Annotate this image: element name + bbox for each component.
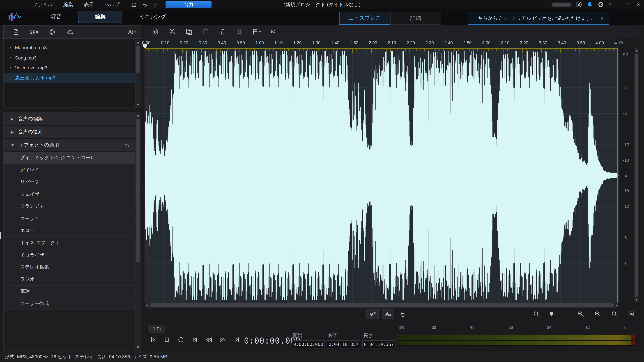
scroll-thumb[interactable] (136, 119, 140, 262)
field-value[interactable]: 0:04:10.357 (327, 340, 360, 349)
effect-item[interactable]: ステレオ拡張 (4, 261, 135, 273)
scroll-left-arrow[interactable] (145, 303, 150, 307)
left-edge-handle[interactable] (0, 232, 1, 239)
menu-item[interactable]: ファイル (27, 0, 58, 9)
wave-vertical-scrollbar[interactable] (634, 48, 639, 303)
section-header[interactable]: ▶音声の復元 (4, 125, 135, 139)
effect-item[interactable]: イコライザー (4, 249, 135, 261)
mode-tab[interactable]: 編集 (78, 11, 122, 23)
cut-icon[interactable] (167, 27, 177, 36)
view-tab[interactable]: 詳細 (390, 12, 441, 25)
effect-item[interactable]: ダイナミック レンジ コントロール (4, 152, 135, 164)
export-button[interactable]: 出力 (166, 1, 212, 8)
effect-item[interactable]: ユーザー作成 (4, 298, 135, 310)
redo-icon[interactable] (153, 2, 158, 7)
trim-icon[interactable] (234, 27, 244, 36)
timeline-ruler[interactable]: 0:000:100:200:300:400:501:001:101:201:30… (144, 38, 619, 48)
scroll-down-arrow[interactable] (136, 102, 140, 107)
zoom-vertical-button[interactable] (609, 309, 620, 319)
effect-item[interactable]: ラジオ (4, 273, 135, 285)
file-list-scrollbar[interactable] (135, 40, 140, 108)
scroll-down-arrow[interactable] (634, 297, 639, 302)
import-media-button[interactable] (7, 26, 25, 38)
effect-item[interactable]: 電話 (4, 285, 135, 298)
zoom-to-selection-button[interactable] (366, 309, 378, 319)
tooltip-close-icon[interactable]: × (601, 15, 604, 21)
download-sounds-button[interactable] (43, 26, 61, 38)
menu-item[interactable]: 表示 (78, 0, 99, 9)
marker-icon[interactable]: ▾ (252, 27, 261, 36)
settings-gear-icon[interactable] (598, 1, 604, 8)
maximize-button[interactable]: □ (626, 2, 631, 7)
dropdown-arrow-icon[interactable]: ▾ (259, 30, 261, 33)
mode-tab[interactable]: 録音 (38, 11, 74, 23)
notifications-bell-icon[interactable] (586, 1, 593, 8)
prev-button[interactable] (190, 335, 199, 344)
snapshot-view-button[interactable] (626, 309, 636, 319)
file-item[interactable]: ♪Voice over.mp3 (4, 63, 135, 73)
zoom-in-button[interactable] (576, 309, 586, 319)
panel-resize-handle[interactable] (3, 108, 142, 112)
zoom-slider[interactable] (548, 309, 569, 319)
scroll-thumb[interactable] (150, 303, 614, 307)
effect-item[interactable]: ボイス エフェクト (4, 237, 135, 249)
effect-item[interactable]: コーラス (4, 213, 135, 225)
scroll-down-arrow[interactable] (136, 345, 140, 350)
loop-button[interactable] (176, 335, 185, 344)
panel-splitter[interactable] (142, 186, 143, 186)
slider-knob[interactable] (550, 312, 553, 316)
forward-button[interactable] (218, 335, 227, 344)
clip-settings-icon[interactable] (150, 27, 160, 36)
field-value[interactable]: 0:04:10.357 (362, 340, 396, 349)
scroll-right-arrow[interactable] (614, 303, 619, 307)
text-size-button[interactable]: At ▾ (128, 29, 136, 35)
stop-button[interactable] (163, 335, 171, 344)
close-button[interactable]: × (636, 2, 641, 7)
scroll-thumb[interactable] (136, 45, 140, 73)
section-header[interactable]: ▼エフェクトの適用 (4, 139, 135, 152)
copy-icon[interactable] (184, 27, 194, 36)
reset-icon[interactable] (124, 142, 130, 148)
rewind-button[interactable] (204, 335, 213, 344)
waveform-area[interactable] (144, 48, 619, 303)
undo-icon[interactable] (142, 2, 148, 7)
scroll-thumb[interactable] (634, 54, 638, 297)
scroll-up-arrow[interactable] (136, 40, 140, 45)
playback-speed-button[interactable]: 1.0x (150, 325, 165, 333)
wave-horizontal-scrollbar[interactable] (144, 303, 619, 308)
sfx-button[interactable]: SFX (25, 26, 43, 38)
account-icon[interactable] (576, 1, 582, 8)
help-icon[interactable]: ? (608, 1, 612, 8)
ripple-preview-icon[interactable] (268, 27, 278, 36)
file-item[interactable]: ♪Mahoroba.mp3 (4, 43, 135, 53)
save-icon[interactable] (132, 2, 137, 7)
next-button[interactable] (232, 335, 241, 344)
waveform-canvas[interactable] (144, 48, 619, 303)
effect-item[interactable]: リバーブ (4, 176, 135, 188)
scroll-up-arrow[interactable] (136, 113, 140, 118)
playhead-marker[interactable] (142, 43, 147, 48)
delete-icon[interactable] (218, 27, 228, 36)
effect-item[interactable]: エコー (4, 225, 135, 237)
paste-icon[interactable] (201, 27, 211, 36)
file-item[interactable]: ♪魔王魂 月と隼.mp3 (4, 73, 135, 83)
menu-item[interactable]: 編集 (58, 0, 78, 9)
mode-tab[interactable]: ミキシング (126, 11, 178, 23)
zoom-out-button[interactable] (592, 309, 603, 319)
zoom-to-region-button[interactable] (382, 309, 394, 319)
magnify-button[interactable] (531, 309, 542, 319)
field-value[interactable]: 0:00:00.000 (292, 340, 325, 349)
effect-item[interactable]: ディレイ (4, 164, 135, 176)
section-header[interactable]: ▶音声の編集 (4, 112, 135, 125)
minimize-button[interactable]: – (616, 2, 621, 7)
play-button[interactable] (149, 335, 157, 344)
view-tab[interactable]: エクスプレス (339, 12, 390, 25)
effect-item[interactable]: フェイザー (4, 188, 135, 200)
menu-item[interactable]: ヘルプ (99, 0, 125, 9)
reset-zoom-button[interactable] (398, 309, 408, 319)
tools-scrollbar[interactable] (135, 113, 140, 350)
cloud-button[interactable] (61, 26, 79, 38)
playhead-line[interactable] (144, 48, 145, 303)
scroll-up-arrow[interactable] (634, 49, 639, 54)
file-item[interactable]: ♪Song.mp3 (4, 53, 135, 63)
